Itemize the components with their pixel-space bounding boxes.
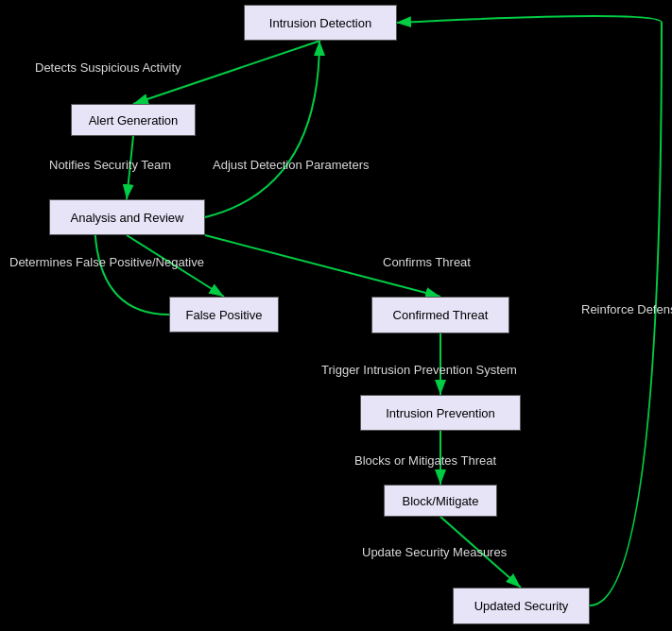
node-intrusion-detection: Intrusion Detection: [244, 5, 397, 41]
label-confirms-threat: Confirms Threat: [383, 255, 471, 269]
node-analysis-review: Analysis and Review: [49, 199, 205, 235]
node-block-mitigate: Block/Mitigate: [384, 485, 497, 517]
label-update-security: Update Security Measures: [362, 545, 507, 559]
node-false-positive: False Positive: [169, 297, 279, 333]
label-trigger-ips: Trigger Intrusion Prevention System: [321, 363, 517, 377]
label-detects-suspicious: Detects Suspicious Activity: [35, 60, 181, 75]
node-updated-security: Updated Security: [453, 588, 590, 624]
label-blocks-mitigates: Blocks or Mitigates Threat: [354, 453, 496, 468]
node-confirmed-threat: Confirmed Threat: [371, 297, 509, 333]
label-reinforce-defense: Reinforce Defense: [581, 302, 672, 316]
diagram-container: Intrusion Detection Alert Generation Ana…: [0, 0, 672, 631]
label-notifies-security: Notifies Security Team: [49, 158, 171, 172]
label-adjust-detection: Adjust Detection Parameters: [213, 158, 369, 172]
node-intrusion-prevention: Intrusion Prevention: [360, 395, 521, 431]
label-determines-false: Determines False Positive/Negative: [9, 255, 204, 269]
arrows-svg: [0, 0, 672, 631]
node-alert-generation: Alert Generation: [71, 104, 196, 136]
